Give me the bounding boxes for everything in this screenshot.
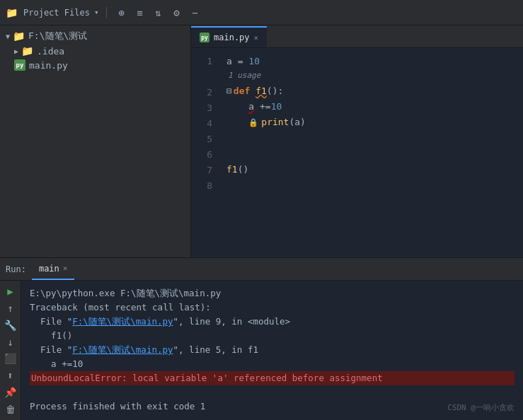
top-toolbar: 📁 Project Files ▾ ⊕ ≡ ⇅ ⚙ − xyxy=(0,0,523,25)
run-button[interactable]: ▶ xyxy=(3,285,18,298)
line-num-3: 3 xyxy=(191,100,212,116)
code-content: 1 · 2 3 4 5 6 7 8 a = 10 1 usage ⊟def f1… xyxy=(191,48,523,257)
panel-tab-main[interactable]: main × xyxy=(32,259,75,280)
main-area: ▼ 📁 F:\随笔\测试 ▶ 📁 .idea py main.py py mai… xyxy=(0,25,523,257)
project-label[interactable]: Project Files xyxy=(23,8,90,18)
tab-py-icon: py xyxy=(200,33,209,42)
code-lines: a = 10 1 usage ⊟def f1(): a +=10 🔒print(… xyxy=(219,48,523,257)
idea-arrow: ▶ xyxy=(14,47,18,55)
code-line-2: ⊟def f1(): xyxy=(226,83,523,99)
expand-icon[interactable]: ≡ xyxy=(132,5,148,21)
tab-mainpy-label: main.py xyxy=(214,33,250,42)
py-file-icon: py xyxy=(14,59,25,71)
line-num-5: 5 xyxy=(191,132,212,147)
align-icon[interactable]: ⬛ xyxy=(3,353,18,366)
code-line-8 xyxy=(226,177,523,193)
settings-icon[interactable]: ⚙ xyxy=(169,5,185,21)
line-num-8: 8 xyxy=(191,178,212,194)
error-highlight: UnboundLocalError: local variable 'a' re… xyxy=(30,371,515,385)
mainpy-label: main.py xyxy=(29,60,68,71)
usage-hint: 1 usage xyxy=(226,69,523,82)
toolbar-separator xyxy=(106,7,107,18)
code-line-5 xyxy=(226,131,523,146)
sync-icon[interactable]: ⊕ xyxy=(114,5,130,21)
upload-icon[interactable]: ⬆ xyxy=(3,369,18,382)
root-folder-label: F:\随笔\测试 xyxy=(28,30,87,42)
toolbar-left: 📁 Project Files ▾ ⊕ ≡ ⇅ ⚙ − xyxy=(6,5,203,21)
line-num-usage: · xyxy=(191,69,212,85)
output-link-2[interactable]: F:\随笔\测试\main.py xyxy=(72,344,173,355)
line-num-2: 2 xyxy=(191,85,212,100)
panel-tab-main-label: main xyxy=(39,264,59,274)
root-arrow: ▼ xyxy=(6,33,10,40)
code-line-7: f1() xyxy=(226,162,523,177)
code-line-4: 🔒print(a) xyxy=(226,115,523,131)
pin-icon[interactable]: 📌 xyxy=(3,386,18,399)
output-line-2: Traceback (most recent call last): xyxy=(30,301,515,315)
tab-close-btn[interactable]: × xyxy=(254,33,259,42)
trash-icon[interactable]: 🗑 xyxy=(3,403,18,416)
sort-icon[interactable]: ⇅ xyxy=(151,5,166,21)
code-line-1: a = 10 xyxy=(226,54,523,69)
output-error-line: UnboundLocalError: local variable 'a' re… xyxy=(30,371,515,385)
project-sidebar: ▼ 📁 F:\随笔\测试 ▶ 📁 .idea py main.py xyxy=(0,25,191,257)
line-numbers: 1 · 2 3 4 5 6 7 8 xyxy=(191,48,219,257)
dropdown-arrow[interactable]: ▾ xyxy=(94,8,99,17)
line-num-7: 7 xyxy=(191,163,212,178)
output-blank xyxy=(30,385,515,399)
output-line-5: File "F:\随笔\测试\main.py", line 5, in f1 xyxy=(30,343,515,357)
line-num-4: 4 xyxy=(191,116,212,132)
editor-tab-bar: py main.py × xyxy=(191,25,523,48)
editor-area: py main.py × 1 · 2 3 4 5 6 7 8 a = 10 1 xyxy=(191,25,523,257)
tab-mainpy[interactable]: py main.py × xyxy=(191,26,267,47)
root-folder-icon: 📁 xyxy=(13,30,25,42)
output-line-1: E:\py\python.exe F:\随笔\测试\main.py xyxy=(30,286,515,301)
scroll-down-btn[interactable]: ↓ xyxy=(3,336,18,349)
output-line-6: a +=10 xyxy=(30,357,515,371)
output-line-4: f1() xyxy=(30,329,515,343)
sidebar-item-mainpy[interactable]: py main.py xyxy=(0,58,190,72)
bottom-panel: Run: main × ▶ ↑ 🔧 ↓ ⬛ ⬆ 📌 🗑 E:\py\python… xyxy=(0,257,523,420)
wrench-icon[interactable]: 🔧 xyxy=(3,319,18,332)
panel-tab-close[interactable]: × xyxy=(63,264,68,273)
output-link-1[interactable]: F:\随笔\测试\main.py xyxy=(72,316,173,327)
panel-main: ▶ ↑ 🔧 ↓ ⬛ ⬆ 📌 🗑 E:\py\python.exe F:\随笔\测… xyxy=(0,281,523,420)
line-num-6: 6 xyxy=(191,147,212,163)
idea-folder-label: .idea xyxy=(37,46,64,57)
idea-folder-icon: 📁 xyxy=(21,45,33,57)
output-exit-line: Process finished with exit code 1 xyxy=(30,399,515,414)
output-line-3: File "F:\随笔\测试\main.py", line 9, in <mod… xyxy=(30,315,515,329)
line-num-1: 1 xyxy=(191,54,212,69)
minimize-icon[interactable]: − xyxy=(188,5,203,21)
scroll-up-btn[interactable]: ↑ xyxy=(3,302,18,315)
code-line-6 xyxy=(226,146,523,162)
panel-output: E:\py\python.exe F:\随笔\测试\main.py Traceb… xyxy=(21,281,523,420)
sidebar-root-folder[interactable]: ▼ 📁 F:\随笔\测试 xyxy=(0,28,190,44)
lock-icon: 🔒 xyxy=(248,115,258,131)
panel-tab-bar: Run: main × xyxy=(0,258,523,281)
code-line-3: a +=10 xyxy=(226,99,523,115)
sidebar-item-idea[interactable]: ▶ 📁 .idea xyxy=(0,44,190,58)
run-label: Run: xyxy=(6,264,26,274)
panel-sidebar: ▶ ↑ 🔧 ↓ ⬛ ⬆ 📌 🗑 xyxy=(0,281,21,420)
project-files-icon: 📁 xyxy=(6,7,18,18)
